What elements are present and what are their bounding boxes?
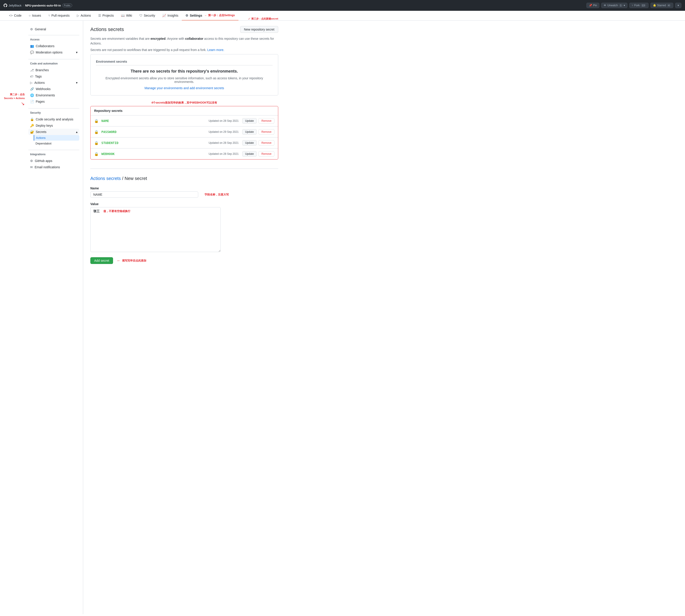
branches-icon: ⎇ <box>30 68 34 72</box>
fork-icon: ⑂ <box>632 4 633 7</box>
sidebar-sub-item-dependabot[interactable]: Dependabot <box>34 141 79 146</box>
tab-wiki[interactable]: 📖 Wiki <box>117 11 135 20</box>
star-button[interactable]: ⭐ Starred 4 <box>650 3 673 8</box>
remove-button-4[interactable]: Remove <box>258 151 274 157</box>
form-breadcrumb: Actions secrets / New secret <box>90 176 278 181</box>
remove-button-2[interactable]: Remove <box>258 129 274 135</box>
sidebar-item-webhooks[interactable]: 🔗 Webhooks <box>28 86 79 92</box>
secrets-description-1: Secrets are environment variables that a… <box>90 37 278 46</box>
security-section-title: Security <box>28 111 79 114</box>
secret-name-3: STUDENTID <box>101 141 170 145</box>
settings-sidebar: ⚙ General Access 👥 Collaborators 💬 Moder… <box>25 21 83 614</box>
update-button-4[interactable]: Update <box>242 151 257 157</box>
secret-actions-2: Update Remove <box>242 129 274 135</box>
sidebar-item-environments[interactable]: 🌐 Environments <box>28 92 79 98</box>
repo-navigation: <> Code ○ Issues ⑂ Pull requests ▷ Actio… <box>0 11 685 21</box>
lock-icon: 🔒 <box>94 141 99 145</box>
new-secret-form-section: Actions secrets / New secret Name 字段名称，注… <box>90 176 278 264</box>
repo-name[interactable]: NPU-pandemic-auto-fill-in <box>25 4 61 7</box>
sidebar-item-email-notifications[interactable]: ✉ Email notifications <box>28 164 79 170</box>
unwatch-button[interactable]: 👁 Unwatch 1 ▾ <box>601 3 627 8</box>
repo-owner[interactable]: JellyBlack <box>8 4 22 7</box>
tab-insights[interactable]: 📈 Insights <box>159 11 182 20</box>
unwatch-count: 1 <box>619 4 623 7</box>
more-options-button[interactable]: ▾ <box>675 3 681 8</box>
environments-icon: 🌐 <box>30 93 34 97</box>
sidebar-section-integrations: Integrations ⚙ GitHub apps ✉ Email notif… <box>28 153 79 170</box>
tab-actions[interactable]: ▷ Actions <box>73 11 94 20</box>
actions-sidebar-icon: ▷ <box>30 81 33 85</box>
env-secrets-title: Environment secrets <box>96 60 273 65</box>
value-textarea[interactable] <box>90 207 221 252</box>
update-button-3[interactable]: Update <box>242 140 257 146</box>
sidebar-item-deploy-keys[interactable]: 🔑 Deploy keys <box>28 123 79 129</box>
apps-icon: ⚙ <box>30 159 33 163</box>
tab-settings[interactable]: ⚙ Settings ← 第一步：点击Settings <box>182 11 238 20</box>
moderation-left: 💬 Moderation options <box>30 50 63 54</box>
learn-more-link[interactable]: Learn more. <box>208 48 224 52</box>
tags-icon: 🏷 <box>30 74 33 78</box>
chevron-down-icon: ▾ <box>678 4 679 7</box>
add-secret-row: Add secret ← 填写完毕后点此添加 <box>90 257 278 264</box>
general-icon: ⚙ <box>30 27 33 31</box>
update-button-1[interactable]: Update <box>242 118 257 124</box>
security-icon: 🛡 <box>140 14 143 17</box>
secrets-left: 🔐 Secrets <box>30 130 46 134</box>
sidebar-item-moderation[interactable]: 💬 Moderation options ▾ <box>28 49 79 56</box>
tab-code[interactable]: <> Code <box>5 11 25 20</box>
sidebar-section-access: Access 👥 Collaborators 💬 Moderation opti… <box>28 38 79 56</box>
new-repository-secret-button[interactable]: New repository secret <box>240 26 278 33</box>
secret-row-password: 🔒 PASSWORD Updated on 29 Sep 2021 Update… <box>90 127 278 137</box>
remove-button-1[interactable]: Remove <box>258 118 274 124</box>
tab-pull-requests[interactable]: ⑂ Pull requests <box>45 11 73 20</box>
repo-separator: / <box>23 4 24 7</box>
update-button-2[interactable]: Update <box>242 129 257 135</box>
sidebar-sub-item-actions[interactable]: Actions <box>34 135 79 141</box>
add-secret-button[interactable]: Add secret <box>90 257 113 264</box>
secret-row-webhook: 🔒 WEBHOOK Updated on 28 Sep 2021 Update … <box>90 149 278 159</box>
sidebar-item-github-apps[interactable]: ⚙ GitHub apps <box>28 158 79 164</box>
sidebar-item-actions[interactable]: ▷ Actions ▾ <box>28 80 79 86</box>
sidebar-item-code-security[interactable]: 🔒 Code security and analysis <box>28 116 79 123</box>
value-textarea-row: 张三 值，不要有空格或换行 <box>90 207 221 253</box>
wiki-icon: 📖 <box>121 14 125 17</box>
chevron-down-icon: ▾ <box>76 81 78 85</box>
sidebar-item-tags[interactable]: 🏷 Tags <box>28 73 79 80</box>
key-icon: 🔑 <box>30 124 34 127</box>
breadcrumb-current: New secret <box>125 176 147 181</box>
fork-button[interactable]: ⑂ Fork 13 <box>629 3 648 8</box>
visibility-badge: Public <box>62 4 72 7</box>
main-layout: 第二步：点击 Secrets > Actions ↘ ⚙ General Acc… <box>0 21 685 614</box>
fork-count: 13 <box>641 4 646 7</box>
sidebar-item-secrets[interactable]: 🔐 Secrets ▴ <box>28 129 79 135</box>
name-input[interactable] <box>90 192 198 198</box>
tab-projects[interactable]: ☰ Projects <box>94 11 117 20</box>
breadcrumb-link[interactable]: Actions secrets <box>90 176 121 181</box>
code-automation-title: Code and automation <box>28 62 79 65</box>
step2-annotation-block: 第二步：点击 Secrets > Actions ↘ <box>0 21 25 614</box>
email-icon: ✉ <box>30 166 33 169</box>
value-label: Value <box>90 202 278 206</box>
actions-secrets-section: Actions secrets New repository secret ↙ … <box>90 26 278 159</box>
sidebar-item-general[interactable]: ⚙ General <box>28 26 79 32</box>
name-label: Name <box>90 186 278 190</box>
sidebar-item-branches[interactable]: ⎇ Branches <box>28 67 79 73</box>
add-secret-annotation: ← 填写完毕后点此添加 <box>116 258 146 263</box>
github-icon <box>4 4 7 7</box>
repository-secrets-box: Repository secrets 🔒 NAME Updated on 28 … <box>90 106 278 159</box>
lock-icon: 🔒 <box>94 119 99 123</box>
chevron-down-icon[interactable]: ▾ <box>624 4 625 7</box>
secret-updated-3: Updated on 28 Sep 2021 <box>170 141 238 145</box>
pin-button[interactable]: 📌 Pin <box>586 3 599 8</box>
left-arrow-icon: ← <box>116 258 121 263</box>
manage-environments-link[interactable]: Manage your environments and add environ… <box>145 86 224 90</box>
pages-icon: 📄 <box>30 100 34 103</box>
step2-arrow: ↘ <box>2 101 25 106</box>
actions-left: ▷ Actions <box>30 81 45 85</box>
sidebar-item-collaborators[interactable]: 👥 Collaborators <box>28 43 79 49</box>
secret-actions-4: Update Remove <box>242 151 274 157</box>
tab-security[interactable]: 🛡 Security <box>136 11 159 20</box>
tab-issues[interactable]: ○ Issues <box>25 11 45 20</box>
sidebar-item-pages[interactable]: 📄 Pages <box>28 98 79 105</box>
remove-button-3[interactable]: Remove <box>258 140 274 146</box>
